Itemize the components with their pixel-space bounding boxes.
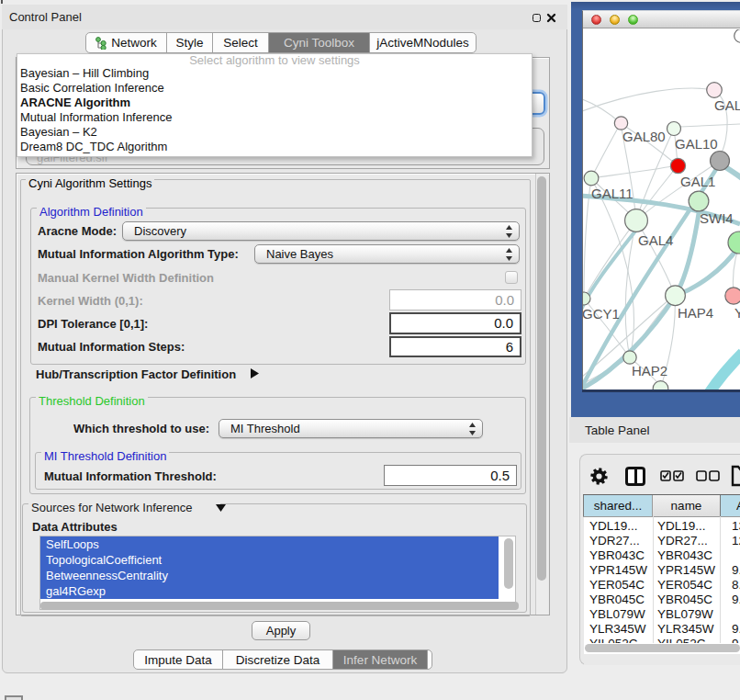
svg-text:HAP4: HAP4 [678, 305, 713, 321]
svg-text:HAP2: HAP2 [632, 363, 667, 378]
svg-text:Y: Y [734, 305, 740, 321]
svg-text:GAL1: GAL1 [680, 174, 715, 189]
svg-text:GCY1: GCY1 [583, 306, 620, 322]
svg-text:GAL11: GAL11 [591, 186, 633, 201]
svg-text:GAL80: GAL80 [622, 129, 666, 144]
svg-text:GAL: GAL [714, 97, 740, 113]
svg-text:GAL4: GAL4 [638, 232, 673, 248]
svg-text:SWI4: SWI4 [700, 210, 734, 226]
svg-text:GAL10: GAL10 [675, 136, 718, 152]
